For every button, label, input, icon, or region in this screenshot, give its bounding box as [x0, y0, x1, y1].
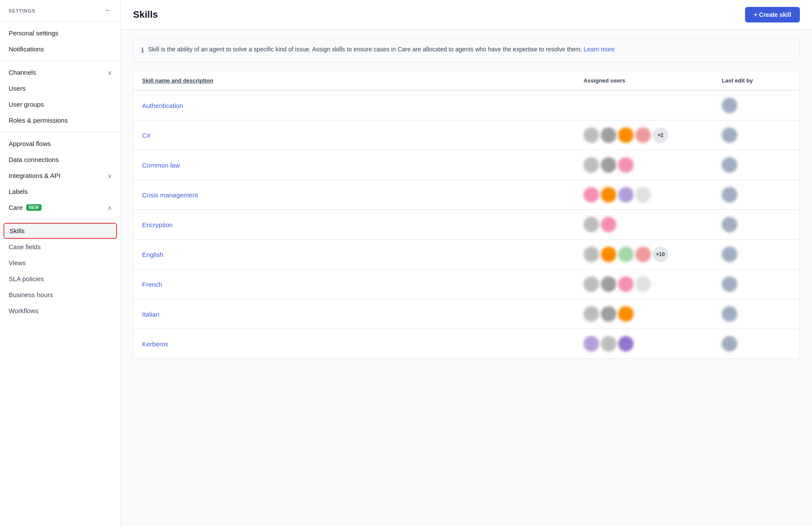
sidebar-item-skills[interactable]: Skills: [3, 223, 117, 239]
sidebar-item-care[interactable]: Care NEW ∧: [0, 200, 121, 215]
skill-link-kerberos[interactable]: Kerberos: [142, 340, 168, 348]
skill-link-crisis-management[interactable]: Crisis management: [142, 191, 198, 199]
skill-link-italian[interactable]: Italian: [142, 311, 159, 318]
avatar: [601, 306, 616, 322]
avatar: [618, 336, 634, 352]
sidebar-item-user-groups[interactable]: User groups: [0, 96, 121, 112]
info-text: Skill is the ability of an agent to solv…: [148, 45, 615, 54]
last-edit-avatar: [722, 187, 737, 203]
avatar-overflow-count: +2: [653, 127, 668, 143]
avatar-group-french: [584, 276, 704, 292]
avatar: [584, 336, 599, 352]
sidebar-header: SETTINGS ←: [0, 0, 121, 22]
avatar: [618, 276, 634, 292]
avatar: [618, 247, 634, 262]
table-row: C#+2: [133, 120, 799, 150]
table-row: Common law: [133, 150, 799, 180]
skill-link-csharp[interactable]: C#: [142, 132, 150, 139]
care-new-badge: NEW: [26, 204, 41, 211]
sidebar-section-care-subitems: Skills Case fields Views SLA policies Bu…: [0, 219, 121, 322]
avatar-overflow-count: +10: [653, 247, 668, 262]
skills-table: Skill name and description Assigned user…: [133, 71, 800, 359]
avatar: [584, 127, 599, 143]
sidebar-item-workflows[interactable]: Workflows: [0, 303, 121, 319]
avatar: [584, 217, 599, 232]
last-edit-avatar: [722, 217, 737, 232]
sidebar-back-button[interactable]: ←: [104, 6, 112, 15]
avatar: [618, 306, 634, 322]
last-edit-avatar: [722, 306, 737, 322]
skill-link-encryption[interactable]: Encryption: [142, 221, 173, 228]
table-body: AuthenticationC#+2Common lawCrisis manag…: [133, 91, 799, 358]
table-row: English+10: [133, 240, 799, 269]
column-header-assigned-users: Assigned users: [575, 71, 713, 90]
avatar: [601, 157, 616, 173]
avatar: [618, 157, 634, 173]
sidebar-section-personal: Personal settings Notifications: [0, 22, 121, 61]
learn-more-link[interactable]: Learn more: [584, 46, 615, 53]
table-row: Crisis management: [133, 180, 799, 210]
chevron-down-icon-integrations: ∨: [108, 172, 112, 179]
table-row: French: [133, 269, 799, 299]
avatar: [584, 306, 599, 322]
column-header-last-edit: Last edit by: [713, 71, 799, 90]
sidebar-item-users[interactable]: Users: [0, 80, 121, 96]
avatar: [584, 187, 599, 203]
sidebar-title: SETTINGS: [9, 8, 35, 13]
skill-link-french[interactable]: French: [142, 281, 162, 288]
sidebar-item-integrations-api[interactable]: Integrations & API ∨: [0, 168, 121, 184]
last-edit-avatar: [722, 276, 737, 292]
sidebar-item-personal-settings[interactable]: Personal settings: [0, 25, 121, 41]
avatar: [584, 157, 599, 173]
avatar-group-english: +10: [584, 247, 704, 262]
avatar: [601, 276, 616, 292]
last-edit-avatar: [722, 98, 737, 113]
last-edit-avatar: [722, 127, 737, 143]
avatar: [601, 247, 616, 262]
table-row: Authentication: [133, 91, 799, 120]
sidebar-item-case-fields[interactable]: Case fields: [0, 239, 121, 255]
main-header: Skills + Create skill: [121, 0, 812, 30]
sidebar-item-notifications[interactable]: Notifications: [0, 41, 121, 57]
column-header-skill-name[interactable]: Skill name and description: [133, 71, 575, 90]
table-row: Kerberos: [133, 329, 799, 358]
table-row: Encryption: [133, 210, 799, 240]
skill-link-english[interactable]: English: [142, 251, 163, 258]
avatar: [584, 247, 599, 262]
sidebar-item-approval-flows[interactable]: Approval flows: [0, 136, 121, 152]
avatar: [618, 187, 634, 203]
chevron-down-icon: ∨: [108, 69, 112, 76]
chevron-up-icon: ∧: [108, 204, 112, 211]
skill-link-common-law[interactable]: Common law: [142, 162, 180, 169]
avatar: [601, 187, 616, 203]
avatar-group-encryption: [584, 217, 704, 232]
sidebar-item-views[interactable]: Views: [0, 255, 121, 271]
table-header: Skill name and description Assigned user…: [133, 71, 799, 91]
skill-link-authentication[interactable]: Authentication: [142, 102, 183, 109]
main-scroll-area: ℹ Skill is the ability of an agent to so…: [121, 30, 812, 526]
avatar-group-csharp: +2: [584, 127, 704, 143]
sidebar-item-sla-policies[interactable]: SLA policies: [0, 271, 121, 287]
avatar-group-common-law: [584, 157, 704, 173]
sidebar-item-labels[interactable]: Labels: [0, 184, 121, 200]
last-edit-avatar: [722, 247, 737, 262]
avatar: [584, 276, 599, 292]
last-edit-avatar: [722, 157, 737, 173]
sidebar-item-business-hours[interactable]: Business hours: [0, 287, 121, 303]
avatar: [635, 187, 651, 203]
avatar-group-crisis-management: [584, 187, 704, 203]
create-skill-button[interactable]: + Create skill: [745, 7, 800, 22]
info-banner: ℹ Skill is the ability of an agent to so…: [133, 38, 800, 62]
sidebar-section-approval: Approval flows Data connections Integrat…: [0, 132, 121, 219]
avatar: [601, 336, 616, 352]
avatar-group-italian: [584, 306, 704, 322]
table-row: Italian: [133, 299, 799, 329]
sidebar-item-data-connections[interactable]: Data connections: [0, 152, 121, 168]
sidebar-item-roles-permissions[interactable]: Roles & permissions: [0, 112, 121, 128]
avatar: [635, 247, 651, 262]
page-title: Skills: [133, 9, 158, 20]
avatar: [635, 276, 651, 292]
sidebar-item-channels[interactable]: Channels ∨: [0, 64, 121, 80]
avatar: [635, 127, 651, 143]
avatar: [618, 127, 634, 143]
